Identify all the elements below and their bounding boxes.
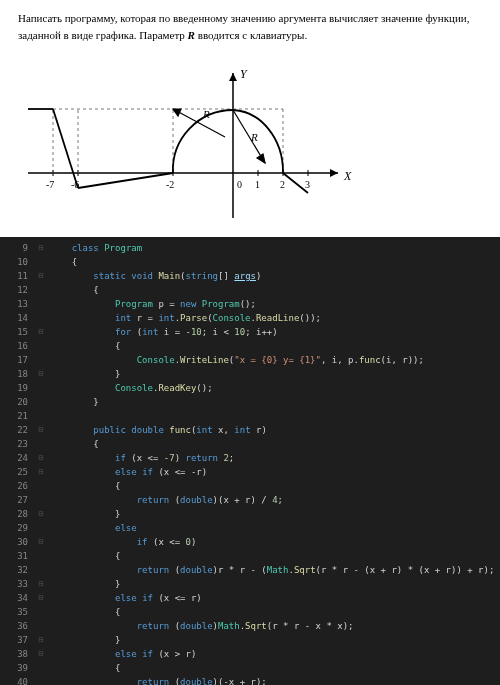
fold-icon: [32, 493, 50, 507]
fold-icon[interactable]: ⊟: [32, 507, 50, 521]
code-line: 17 Console.WriteLine("x = {0} y= {1}", i…: [0, 353, 500, 367]
code-line: 22⊟ public double func(int x, int r): [0, 423, 500, 437]
code-content: Console.WriteLine("x = {0} y= {1}", i, p…: [50, 353, 500, 367]
fold-icon: [32, 563, 50, 577]
y-axis-label: Y: [240, 67, 248, 81]
tick-3: 3: [305, 179, 310, 190]
line-number: 20: [0, 395, 32, 409]
line-number: 32: [0, 563, 32, 577]
fold-icon[interactable]: ⊟: [32, 451, 50, 465]
code-line: 14 int r = int.Parse(Console.ReadLine())…: [0, 311, 500, 325]
r-label-1: R: [202, 108, 210, 120]
r-label-2: R: [250, 131, 258, 143]
fold-icon[interactable]: ⊟: [32, 423, 50, 437]
code-line: 31 {: [0, 549, 500, 563]
code-editor: 9⊟ class Program10 {11⊟ static void Main…: [0, 237, 500, 685]
line-number: 27: [0, 493, 32, 507]
code-content: {: [50, 437, 500, 451]
svg-marker-23: [257, 154, 265, 163]
fold-icon: [32, 381, 50, 395]
fold-icon[interactable]: ⊟: [32, 241, 50, 255]
fold-icon: [32, 479, 50, 493]
code-line: 39 {: [0, 661, 500, 675]
tick-neg7: -7: [46, 179, 54, 190]
fold-icon: [32, 675, 50, 685]
code-line: 30⊟ if (x <= 0): [0, 535, 500, 549]
fold-icon[interactable]: ⊟: [32, 367, 50, 381]
fold-icon[interactable]: ⊟: [32, 591, 50, 605]
code-content: class Program: [50, 241, 500, 255]
code-line: 40 return (double)(-x + r);: [0, 675, 500, 685]
line-number: 34: [0, 591, 32, 605]
fold-icon: [32, 409, 50, 423]
problem-text-suffix: вводится с клавиатуры.: [198, 29, 307, 41]
fold-icon: [32, 339, 50, 353]
svg-line-22: [233, 110, 265, 163]
code-content: else if (x > r): [50, 647, 500, 661]
fold-icon[interactable]: ⊟: [32, 269, 50, 283]
problem-param: R: [188, 29, 195, 41]
line-number: 14: [0, 311, 32, 325]
code-content: Console.ReadKey();: [50, 381, 500, 395]
code-content: return (double)(x + r) / 4;: [50, 493, 500, 507]
fold-icon[interactable]: ⊟: [32, 647, 50, 661]
code-line: 26 {: [0, 479, 500, 493]
code-line: 36 return (double)Math.Sqrt(r * r - x * …: [0, 619, 500, 633]
line-number: 36: [0, 619, 32, 633]
line-number: 21: [0, 409, 32, 423]
line-number: 29: [0, 521, 32, 535]
code-line: 29 else: [0, 521, 500, 535]
svg-line-18: [78, 173, 173, 188]
code-line: 23 {: [0, 437, 500, 451]
code-content: {: [50, 661, 500, 675]
fold-icon: [32, 549, 50, 563]
line-number: 18: [0, 367, 32, 381]
problem-statement: Написать программу, которая по введенном…: [0, 0, 500, 53]
line-number: 23: [0, 437, 32, 451]
code-line: 33⊟ }: [0, 577, 500, 591]
code-content: }: [50, 395, 500, 409]
line-number: 24: [0, 451, 32, 465]
fold-icon: [32, 283, 50, 297]
code-line: 32 return (double)r * r - (Math.Sqrt(r *…: [0, 563, 500, 577]
svg-marker-21: [173, 109, 181, 116]
code-content: if (x <= 0): [50, 535, 500, 549]
code-line: 10 {: [0, 255, 500, 269]
code-line: 28⊟ }: [0, 507, 500, 521]
fold-icon: [32, 619, 50, 633]
code-line: 18⊟ }: [0, 367, 500, 381]
code-content: public double func(int x, int r): [50, 423, 500, 437]
line-number: 25: [0, 465, 32, 479]
code-line: 15⊟ for (int i = -10; i < 10; i++): [0, 325, 500, 339]
line-number: 9: [0, 241, 32, 255]
code-line: 24⊟ if (x <= -7) return 2;: [0, 451, 500, 465]
fold-icon: [32, 353, 50, 367]
code-content: {: [50, 339, 500, 353]
code-line: 25⊟ else if (x <= -r): [0, 465, 500, 479]
fold-icon[interactable]: ⊟: [32, 633, 50, 647]
fold-icon: [32, 605, 50, 619]
fold-icon: [32, 395, 50, 409]
fold-icon[interactable]: ⊟: [32, 577, 50, 591]
line-number: 40: [0, 675, 32, 685]
fold-icon[interactable]: ⊟: [32, 535, 50, 549]
line-number: 11: [0, 269, 32, 283]
code-line: 27 return (double)(x + r) / 4;: [0, 493, 500, 507]
line-number: 26: [0, 479, 32, 493]
fold-icon: [32, 521, 50, 535]
function-graph: -7 -6 -2 0 1 2 3 X Y R: [18, 63, 358, 223]
code-content: {: [50, 479, 500, 493]
code-line: 19 Console.ReadKey();: [0, 381, 500, 395]
code-content: else if (x <= r): [50, 591, 500, 605]
code-content: return (double)Math.Sqrt(r * r - x * x);: [50, 619, 500, 633]
code-content: Program p = new Program();: [50, 297, 500, 311]
code-content: {: [50, 255, 500, 269]
line-number: 30: [0, 535, 32, 549]
svg-line-20: [173, 109, 225, 137]
line-number: 31: [0, 549, 32, 563]
fold-icon[interactable]: ⊟: [32, 465, 50, 479]
tick-2: 2: [280, 179, 285, 190]
line-number: 33: [0, 577, 32, 591]
code-content: }: [50, 367, 500, 381]
fold-icon[interactable]: ⊟: [32, 325, 50, 339]
